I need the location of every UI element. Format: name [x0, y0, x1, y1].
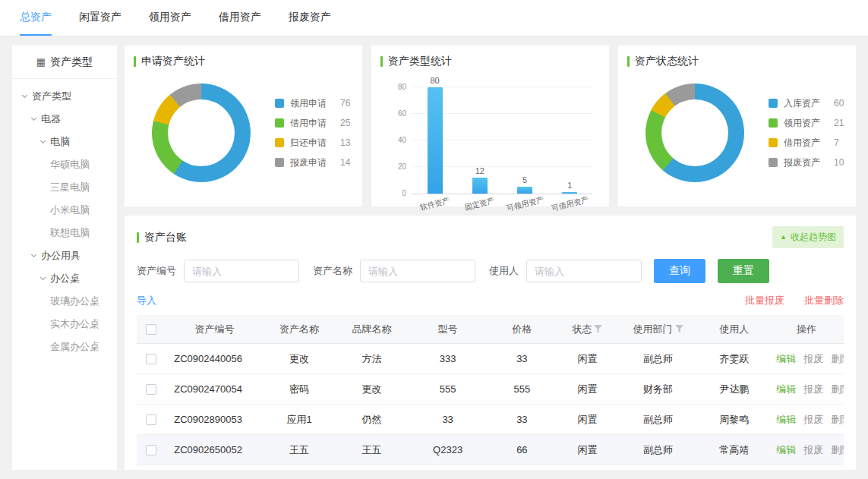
- row-actions: 编辑报废删除: [769, 383, 844, 396]
- legend-value: 76: [340, 98, 350, 109]
- column-header: 状态: [557, 323, 617, 336]
- legend-label: 领用申请: [290, 97, 334, 110]
- action-scrap[interactable]: 报废: [803, 444, 823, 455]
- legend-item[interactable]: 报废资产10: [769, 156, 844, 169]
- collapse-trend-button[interactable]: ▲ 收起趋势图: [772, 226, 844, 248]
- cell-name: 更改: [264, 352, 335, 366]
- tree-node-label: 资产类型: [32, 90, 71, 102]
- cell-name: 王五: [264, 443, 335, 457]
- reset-button[interactable]: 重置: [718, 259, 769, 283]
- y-axis-tick-label: 80: [398, 84, 406, 91]
- bar-slot: 12: [457, 167, 502, 194]
- column-header-label: 操作: [797, 323, 816, 335]
- cell-name: 应用1: [264, 413, 335, 427]
- bar-category-labels: 软件资产固定资产可领用资产可借用资产: [412, 199, 592, 210]
- legend-item[interactable]: 领用资产21: [769, 117, 844, 130]
- legend-item[interactable]: 归还申请13: [275, 137, 350, 150]
- tree-node[interactable]: 金属办公桌: [12, 336, 117, 358]
- action-scrap[interactable]: 报废: [803, 383, 823, 395]
- action-delete[interactable]: 删除: [831, 353, 844, 364]
- status-stats-card: 资产状态统计 入库资产60领用资产21借用资产7报废资产10: [618, 46, 856, 206]
- header-checkbox-cell: [137, 324, 165, 335]
- action-delete[interactable]: 删除: [831, 383, 844, 395]
- query-button[interactable]: 查询: [654, 259, 705, 283]
- filter-funnel-icon[interactable]: [594, 325, 602, 333]
- row-checkbox[interactable]: [146, 445, 156, 455]
- filter-input[interactable]: [184, 260, 299, 282]
- row-checkbox[interactable]: [146, 414, 156, 425]
- legend-item[interactable]: 报废申请14: [275, 156, 350, 169]
- tab-item[interactable]: 闲置资产: [79, 0, 122, 36]
- legend-item[interactable]: 借用申请25: [275, 117, 350, 130]
- filter-input[interactable]: [360, 260, 475, 282]
- status-donut-chart: [645, 84, 744, 182]
- action-delete[interactable]: 删除: [831, 444, 844, 455]
- row-actions: 编辑报废删除: [769, 413, 844, 427]
- column-header-label: 型号: [438, 323, 458, 335]
- legend-label: 借用申请: [290, 117, 334, 130]
- row-checkbox[interactable]: [146, 384, 156, 395]
- tree-node[interactable]: 华硕电脑: [12, 153, 117, 176]
- row-checkbox[interactable]: [146, 354, 156, 364]
- sidebar-header-label: 资产类型: [50, 55, 93, 69]
- tree-node-label: 电器: [41, 113, 61, 124]
- action-edit[interactable]: 编辑: [776, 414, 796, 425]
- tree-node[interactable]: 办公用具: [12, 244, 117, 267]
- tab-item[interactable]: 领用资产: [149, 0, 191, 36]
- cell-brand: 王五: [335, 443, 409, 457]
- legend-item[interactable]: 借用资产7: [769, 137, 844, 150]
- cell-price: 33: [487, 353, 557, 364]
- legend-label: 归还申请: [290, 137, 334, 150]
- row-actions: 编辑报废删除: [769, 352, 844, 366]
- chart-legend: 领用申请76借用申请25归还申请13报废申请14: [275, 97, 350, 169]
- action-scrap[interactable]: 报废: [803, 353, 823, 364]
- tree-node[interactable]: 电器: [12, 108, 117, 131]
- table-row: ZC0902440056更改方法33333闲置副总师齐雯跃编辑报废删除: [137, 344, 844, 374]
- cell-dept: 财务部: [617, 383, 699, 396]
- tree-node[interactable]: 办公桌: [12, 267, 117, 290]
- charts-row: 申请资产统计 领用申请76借用申请25归还申请13报废申请14 资产类型统计 0…: [125, 46, 856, 206]
- cell-model: Q2323: [409, 444, 486, 455]
- table-row: ZC0902380048GG淘淘W43455闲置财务部尹达鹏编辑报废删除: [137, 465, 844, 470]
- type-bar-chart: 020406080801251 软件资产固定资产可领用资产可借用资产: [412, 88, 592, 210]
- card-title: 资产类型统计: [380, 55, 600, 68]
- tree-node[interactable]: 资产类型: [12, 85, 117, 108]
- legend-value: 13: [340, 137, 350, 148]
- filter-funnel-icon[interactable]: [675, 325, 683, 333]
- chart-legend: 入库资产60领用资产21借用资产7报废资产10: [769, 97, 844, 169]
- cell-user: 尹达鹏: [699, 383, 769, 396]
- legend-value: 10: [834, 157, 844, 168]
- tree-node[interactable]: 联想电脑: [12, 222, 117, 244]
- action-delete[interactable]: 删除: [831, 414, 844, 425]
- tree-node[interactable]: 实木办公桌: [12, 313, 117, 336]
- tree-node[interactable]: 小米电脑: [12, 199, 117, 222]
- tab-item[interactable]: 总资产: [20, 0, 52, 36]
- select-all-checkbox[interactable]: [146, 324, 156, 335]
- action-edit[interactable]: 编辑: [776, 353, 796, 364]
- tree-node[interactable]: 玻璃办公桌: [12, 290, 117, 313]
- action-edit[interactable]: 编辑: [776, 383, 796, 395]
- filter-input[interactable]: [526, 260, 642, 282]
- tree-node[interactable]: 三星电脑: [12, 176, 117, 199]
- tree-node[interactable]: 电脑: [12, 131, 117, 153]
- batch-delete-link[interactable]: 批量删除: [804, 294, 844, 307]
- tab-item[interactable]: 借用资产: [219, 0, 261, 36]
- tab-item[interactable]: 报废资产: [289, 0, 331, 36]
- import-link[interactable]: 导入: [137, 294, 156, 307]
- x-axis-category-label: 可领用资产: [502, 194, 548, 215]
- action-scrap[interactable]: 报废: [803, 414, 823, 425]
- legend-item[interactable]: 领用申请76: [275, 97, 350, 110]
- table-actions-row: 导入 批量报废 批量删除: [137, 294, 844, 307]
- tree-node-label: 实木办公桌: [50, 318, 99, 329]
- action-edit[interactable]: 编辑: [776, 444, 796, 455]
- tree-node-label: 电脑: [50, 136, 70, 147]
- cell-status: 闲置: [557, 413, 617, 427]
- donut-chart-wrap: 领用申请76借用申请25归还申请13报废申请14: [134, 84, 353, 182]
- legend-item[interactable]: 入库资产60: [769, 97, 844, 110]
- batch-scrap-link[interactable]: 批量报废: [745, 294, 784, 307]
- tree-node-label: 办公用具: [41, 250, 80, 261]
- card-title: 资产台账: [137, 231, 187, 244]
- bar-slot: 1: [548, 181, 592, 194]
- type-stats-card: 资产类型统计 020406080801251 软件资产固定资产可领用资产可借用资…: [371, 46, 609, 206]
- tree-node-label: 三星电脑: [50, 181, 90, 193]
